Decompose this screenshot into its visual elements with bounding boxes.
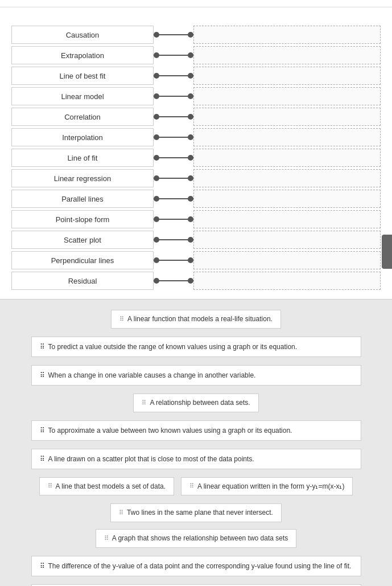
term-box[interactable]: Scatter plot bbox=[11, 231, 154, 249]
left-terms: CausationExtrapolationLine of best fitLi… bbox=[11, 26, 193, 290]
definition-placeholder[interactable] bbox=[193, 149, 381, 167]
term-row: Interpolation bbox=[11, 128, 193, 146]
term-row: Causation bbox=[11, 26, 193, 44]
bank-row: ⠿A relationship between data sets. bbox=[9, 391, 383, 415]
bank-row: ⠿A line that best models a set of data.⠿… bbox=[9, 475, 383, 498]
definition-placeholder[interactable] bbox=[193, 87, 381, 105]
definition-card[interactable]: ⠿A graph that shows the relationship bet… bbox=[96, 529, 297, 548]
term-box[interactable]: Interpolation bbox=[11, 128, 154, 146]
main-content: CausationExtrapolationLine of best fitLi… bbox=[0, 7, 392, 299]
dot-left bbox=[154, 52, 159, 58]
bank-row: ⠿A line drawn on a scatter plot that is … bbox=[9, 446, 383, 472]
drag-handle-icon: ⠿ bbox=[104, 534, 109, 543]
definition-placeholder[interactable] bbox=[193, 26, 381, 44]
definition-placeholder[interactable] bbox=[193, 190, 381, 208]
connector-line bbox=[154, 87, 193, 105]
dot-right bbox=[188, 257, 193, 263]
dot-left bbox=[154, 73, 159, 79]
definition-card[interactable]: ⠿A linear function that models a real-li… bbox=[111, 310, 281, 329]
dot-right bbox=[188, 52, 193, 58]
definition-card[interactable]: ⠿To predict a value outside the range of… bbox=[31, 337, 361, 357]
definition-text: A relationship between data sets. bbox=[150, 398, 250, 408]
definition-card[interactable]: ⠿A linear equation written in the form y… bbox=[181, 477, 353, 496]
bank-row: ⠿A linear function that models a real-li… bbox=[9, 308, 383, 331]
definition-placeholder[interactable] bbox=[193, 128, 381, 146]
definition-text: To predict a value outside the range of … bbox=[48, 342, 298, 352]
term-box[interactable]: Parallel lines bbox=[11, 190, 154, 208]
connector-line bbox=[154, 46, 193, 64]
definition-card[interactable]: ⠿Two lines in the same plane that never … bbox=[110, 503, 282, 522]
connector-line bbox=[154, 108, 193, 126]
definition-placeholder[interactable] bbox=[193, 67, 381, 85]
drag-handle-icon: ⠿ bbox=[40, 425, 45, 436]
dot-right bbox=[188, 196, 193, 202]
term-box[interactable]: Correlation bbox=[11, 108, 154, 126]
term-box[interactable]: Residual bbox=[11, 272, 154, 290]
definition-card[interactable]: ⠿A line drawn on a scatter plot that is … bbox=[31, 449, 361, 469]
definition-bank: ⠿A linear function that models a real-li… bbox=[0, 299, 392, 586]
term-box[interactable]: Linear model bbox=[11, 87, 154, 105]
bank-row: ⠿A method that uses technology to find a… bbox=[9, 582, 383, 586]
term-box[interactable]: Causation bbox=[11, 26, 154, 44]
term-row: Linear model bbox=[11, 87, 193, 105]
dot-left bbox=[154, 134, 159, 140]
term-row: Scatter plot bbox=[11, 231, 193, 249]
dot-left bbox=[154, 257, 159, 263]
dot-right bbox=[188, 134, 193, 140]
term-box[interactable]: Extrapolation bbox=[11, 46, 154, 64]
dot-right bbox=[188, 155, 193, 161]
definition-text: When a change in one variable causes a c… bbox=[48, 370, 256, 380]
drag-handle-icon: ⠿ bbox=[189, 482, 194, 490]
bank-row: ⠿Two lines in the same plane that never … bbox=[9, 501, 383, 550]
definition-text: A line drawn on a scatter plot that is c… bbox=[48, 454, 254, 464]
definition-text: To approximate a value between two known… bbox=[48, 425, 292, 436]
definition-card[interactable]: ⠿A line that best models a set of data. bbox=[39, 477, 174, 496]
term-box[interactable]: Line of fit bbox=[11, 149, 154, 167]
definition-card[interactable]: ⠿To approximate a value between two know… bbox=[31, 420, 361, 441]
dot-left bbox=[154, 278, 159, 284]
dot-right bbox=[188, 216, 193, 222]
bank-row: ⠿To approximate a value between two know… bbox=[9, 418, 383, 443]
term-row: Extrapolation bbox=[11, 46, 193, 64]
term-box[interactable]: Perpendicular lines bbox=[11, 251, 154, 269]
drag-handle-icon: ⠿ bbox=[40, 454, 45, 464]
definition-placeholder[interactable] bbox=[193, 108, 381, 126]
drag-handle-icon: ⠿ bbox=[119, 315, 124, 323]
definition-text: Two lines in the same plane that never i… bbox=[127, 508, 273, 518]
right-definitions bbox=[193, 26, 381, 290]
definition-placeholder[interactable] bbox=[193, 169, 381, 187]
chevron-handle[interactable] bbox=[382, 235, 392, 269]
connector-line bbox=[154, 190, 193, 208]
term-box[interactable]: Line of best fit bbox=[11, 67, 154, 85]
definition-placeholder[interactable] bbox=[193, 46, 381, 64]
definition-placeholder[interactable] bbox=[193, 251, 381, 269]
drag-handle-icon: ⠿ bbox=[40, 370, 45, 380]
term-row: Linear regression bbox=[11, 169, 193, 187]
dot-left bbox=[154, 237, 159, 243]
term-box[interactable]: Linear regression bbox=[11, 169, 154, 187]
definition-placeholder[interactable] bbox=[193, 272, 381, 290]
dot-right bbox=[188, 73, 193, 79]
bank-row: ⠿To predict a value outside the range of… bbox=[9, 334, 383, 359]
drag-handle-icon: ⠿ bbox=[40, 342, 45, 352]
bank-row: ⠿When a change in one variable causes a … bbox=[9, 363, 383, 388]
definition-card[interactable]: ⠿The difference of the y-value of a data… bbox=[31, 556, 361, 576]
dot-left bbox=[154, 175, 159, 181]
definition-text: The difference of the y-value of a data … bbox=[48, 561, 352, 571]
term-row: Residual bbox=[11, 272, 193, 290]
term-box[interactable]: Point-slope form bbox=[11, 210, 154, 228]
connector-line bbox=[154, 67, 193, 85]
term-row: Perpendicular lines bbox=[11, 251, 193, 269]
connector-line bbox=[154, 26, 193, 44]
definition-text: A linear function that models a real-lif… bbox=[127, 314, 273, 324]
definition-card[interactable]: ⠿A relationship between data sets. bbox=[133, 394, 258, 412]
definition-card[interactable]: ⠿When a change in one variable causes a … bbox=[31, 365, 361, 386]
definition-placeholder[interactable] bbox=[193, 231, 381, 249]
definition-text: A linear equation written in the form y-… bbox=[197, 482, 344, 491]
connector-line bbox=[154, 128, 193, 146]
dot-left bbox=[154, 114, 159, 120]
dot-left bbox=[154, 32, 159, 38]
connector-line bbox=[154, 210, 193, 228]
drag-handle-icon: ⠿ bbox=[142, 399, 146, 407]
definition-placeholder[interactable] bbox=[193, 210, 381, 228]
